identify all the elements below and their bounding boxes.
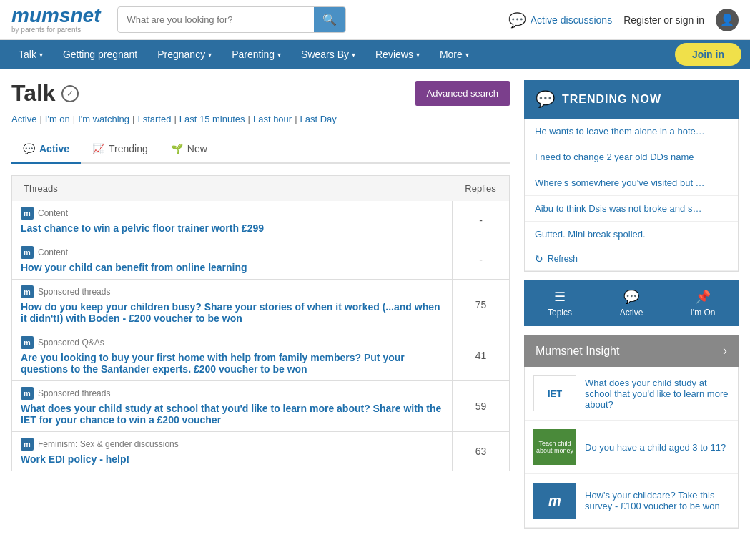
sidebar-tabs: ☰ Topics 💬 Active 📌 I'm On [524, 280, 739, 326]
sidebar-tab-im-on[interactable]: 📌 I'm On [667, 280, 739, 326]
breadcrumb-im-on[interactable]: I'm on [45, 114, 70, 124]
logo-text: mumsnet [11, 6, 100, 26]
thread-badge: m Content [21, 207, 443, 220]
breadcrumb-im-watching[interactable]: I'm watching [78, 114, 129, 124]
thread-title[interactable]: Last chance to win a pelvic floor traine… [21, 222, 443, 234]
list-item: IET What does your child study at school… [525, 367, 738, 421]
nav-getting-pregnant[interactable]: Getting pregnant [53, 40, 147, 69]
tab-trending-icon: 📈 [92, 143, 104, 154]
insight-item-text[interactable]: What does your child study at school tha… [585, 378, 729, 410]
nav-reviews[interactable]: Reviews ▾ [365, 40, 430, 69]
circle-check-icon[interactable]: ✓ [61, 85, 79, 102]
nav-reviews-arrow: ▾ [416, 51, 420, 59]
nav-talk[interactable]: Talk ▾ [9, 40, 53, 69]
list-item[interactable]: Aibu to think Dsis was not broke and s… [525, 196, 738, 222]
list-item: Teach child about money Do you have a ch… [525, 421, 738, 474]
thread-badge: m Sponsored threads [21, 285, 443, 298]
page-content: Talk ✓ Advanced search Active | I'm on |… [0, 69, 750, 540]
active-icon: 💬 [623, 289, 639, 305]
tab-new-icon: 🌱 [171, 143, 183, 154]
table-row: m Sponsored threads What does your child… [11, 381, 510, 432]
main-area: Talk ✓ Advanced search Active | I'm on |… [11, 80, 510, 529]
tab-new[interactable]: 🌱 New [159, 136, 219, 164]
logo-sub: by parents for parents [11, 26, 100, 34]
nav-parenting[interactable]: Parenting ▾ [222, 40, 291, 69]
sep5: | [248, 114, 250, 124]
list-item[interactable]: I need to change 2 year old DDs name [525, 144, 738, 170]
nav-talk-label: Talk [19, 49, 36, 60]
active-discussions-link[interactable]: 💬 Active discussions [508, 11, 612, 29]
thread-title[interactable]: Work EDI policy - help! [21, 453, 443, 465]
thread-title[interactable]: Are you looking to buy your first home w… [21, 352, 443, 375]
logo[interactable]: mumsnet by parents for parents [11, 6, 100, 34]
im-on-icon: 📌 [695, 289, 711, 305]
search-input[interactable] [118, 9, 314, 31]
breadcrumb-15min[interactable]: Last 15 minutes [179, 114, 245, 124]
header-right: 💬 Active discussions Register or sign in… [508, 9, 739, 31]
refresh-button[interactable]: ↻ Refresh [525, 247, 738, 271]
table-row: m Sponsored threads How do you keep your… [11, 280, 510, 330]
sidebar: 💬 TRENDING NOW He wants to leave them al… [524, 80, 739, 529]
advanced-search-button[interactable]: Advanced search [415, 81, 510, 106]
table-row: m Content Last chance to win a pelvic fl… [11, 201, 510, 240]
thread-title[interactable]: What does your child study at school tha… [21, 403, 443, 426]
breadcrumb-last-hour[interactable]: Last hour [253, 114, 292, 124]
badge-label: Sponsored threads [38, 388, 110, 398]
main-nav: Talk ▾ Getting pregnant Pregnancy ▾ Pare… [0, 40, 750, 69]
talk-heading: Talk ✓ Advanced search [11, 80, 510, 107]
thread-badge: m Content [21, 246, 443, 259]
thread-title[interactable]: How do you keep your children busy? Shar… [21, 301, 443, 324]
refresh-label: Refresh [548, 254, 578, 264]
breadcrumb-last-day[interactable]: Last Day [300, 114, 337, 124]
thread-replies: 63 [452, 432, 509, 471]
nav-pregnancy[interactable]: Pregnancy ▾ [147, 40, 222, 69]
list-item[interactable]: Gutted. Mini break spoiled. [525, 222, 738, 247]
trending-now-header: 💬 TRENDING NOW [524, 80, 739, 119]
tab-active[interactable]: 💬 Active [11, 136, 81, 164]
trending-now-title: TRENDING NOW [562, 93, 661, 106]
list-item[interactable]: He wants to leave them alone in a hote… [525, 119, 738, 144]
badge-label: Sponsored threads [38, 287, 110, 297]
table-row: m Content How your child can benefit fro… [11, 240, 510, 280]
badge-label: Content [38, 247, 68, 257]
bubble-icon: 💬 [508, 11, 526, 29]
m-icon: m [21, 285, 34, 298]
sidebar-tab-topics-label: Topics [548, 308, 572, 318]
register-link[interactable]: Register or sign in [623, 14, 704, 26]
user-icon[interactable]: 👤 [716, 9, 739, 31]
list-item[interactable]: Where's somewhere you've visited but … [525, 170, 738, 196]
join-button[interactable]: Join in [675, 43, 741, 66]
thread-content: m Sponsored Q&As Are you looking to buy … [12, 330, 452, 380]
insight-item-text[interactable]: Do you have a child aged 3 to 11? [585, 442, 726, 453]
thread-content: m Content How your child can benefit fro… [12, 240, 452, 279]
nav-more[interactable]: More ▾ [430, 40, 479, 69]
nav-getting-pregnant-label: Getting pregnant [63, 49, 137, 60]
talk-title: Talk ✓ [11, 80, 79, 107]
refresh-icon: ↻ [535, 253, 543, 265]
sidebar-tab-active[interactable]: 💬 Active [596, 280, 667, 326]
search-button[interactable]: 🔍 [314, 7, 345, 32]
m-icon: m [21, 246, 34, 259]
insight-item-text[interactable]: How's your childcare? Take this survey -… [585, 490, 729, 511]
thread-title[interactable]: How your child can benefit from online l… [21, 262, 443, 273]
sidebar-tab-active-label: Active [620, 308, 643, 318]
list-item: m How's your childcare? Take this survey… [525, 474, 738, 528]
sidebar-tab-topics[interactable]: ☰ Topics [524, 280, 596, 326]
trending-list: He wants to leave them alone in a hote… … [524, 119, 739, 272]
tab-active-icon: 💬 [23, 143, 35, 154]
nav-swears-by[interactable]: Swears By ▾ [291, 40, 365, 69]
nav-parenting-arrow: ▾ [277, 51, 281, 59]
breadcrumb-i-started[interactable]: I started [137, 114, 171, 124]
topics-icon: ☰ [554, 289, 566, 305]
top-header: mumsnet by parents for parents 🔍 💬 Activ… [0, 0, 750, 40]
m-icon: m [21, 207, 34, 220]
breadcrumb-active[interactable]: Active [11, 114, 36, 124]
insight-header[interactable]: Mumsnet Insight › [524, 335, 739, 367]
table-row: m Feminism: Sex & gender discussions Wor… [11, 432, 510, 471]
thread-badge: m Sponsored threads [21, 387, 443, 400]
nav-more-label: More [440, 49, 463, 60]
insight-items: IET What does your child study at school… [524, 367, 739, 529]
thread-badge: m Sponsored Q&As [21, 336, 443, 349]
nav-more-arrow: ▾ [465, 51, 469, 59]
tab-trending[interactable]: 📈 Trending [81, 136, 159, 164]
